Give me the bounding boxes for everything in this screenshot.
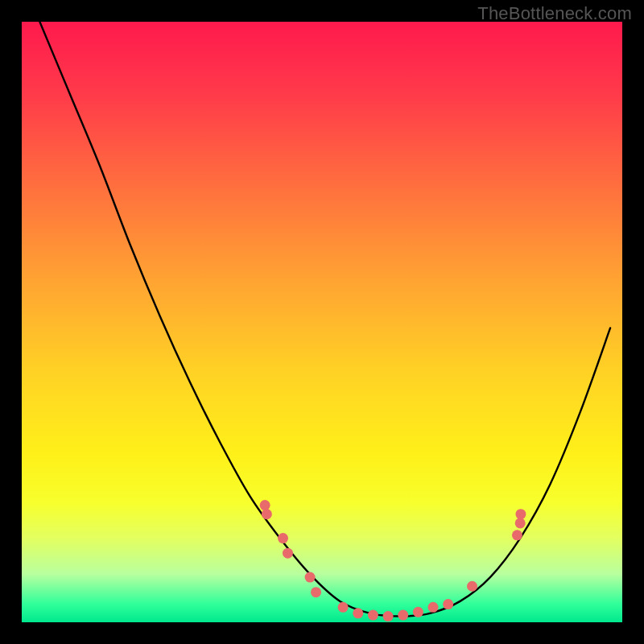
scatter-point — [283, 548, 293, 559]
chart-svg — [22, 22, 622, 622]
scatter-point — [515, 509, 526, 519]
scatter-point — [512, 530, 522, 540]
bottleneck-curve — [39, 22, 610, 617]
watermark-text: TheBottleneck.com — [477, 3, 632, 24]
plot-area — [22, 22, 622, 622]
scatter-point — [305, 572, 316, 583]
scatter-point — [443, 599, 453, 609]
scatter-point — [413, 607, 423, 617]
scatter-points — [260, 500, 526, 621]
scatter-point — [383, 611, 394, 621]
scatter-point — [428, 602, 439, 613]
scatter-point — [368, 610, 378, 621]
scatter-point — [515, 518, 526, 528]
scatter-point — [353, 608, 363, 618]
chart-frame: TheBottleneck.com — [0, 0, 644, 644]
scatter-point — [338, 602, 349, 613]
scatter-point — [398, 610, 408, 621]
scatter-point — [311, 587, 321, 597]
scatter-point — [260, 500, 270, 510]
scatter-point — [262, 509, 272, 519]
scatter-point — [467, 581, 477, 592]
scatter-point — [278, 533, 288, 543]
